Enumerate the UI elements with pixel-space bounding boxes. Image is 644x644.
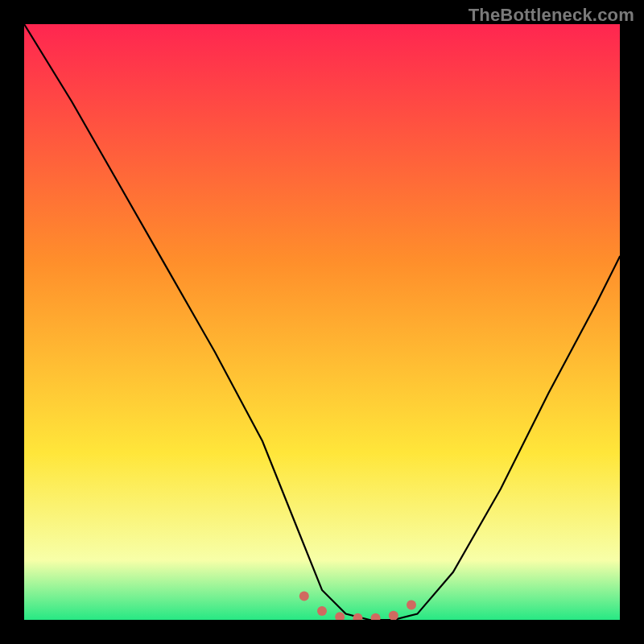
marker-dot [299, 591, 309, 601]
marker-dot [317, 606, 327, 616]
watermark-text: TheBottleneck.com [469, 5, 634, 26]
marker-dot [407, 601, 416, 610]
chart-svg [24, 24, 620, 620]
chart-frame: TheBottleneck.com [0, 0, 644, 644]
plot-area [24, 24, 620, 620]
gradient-background [24, 24, 620, 620]
